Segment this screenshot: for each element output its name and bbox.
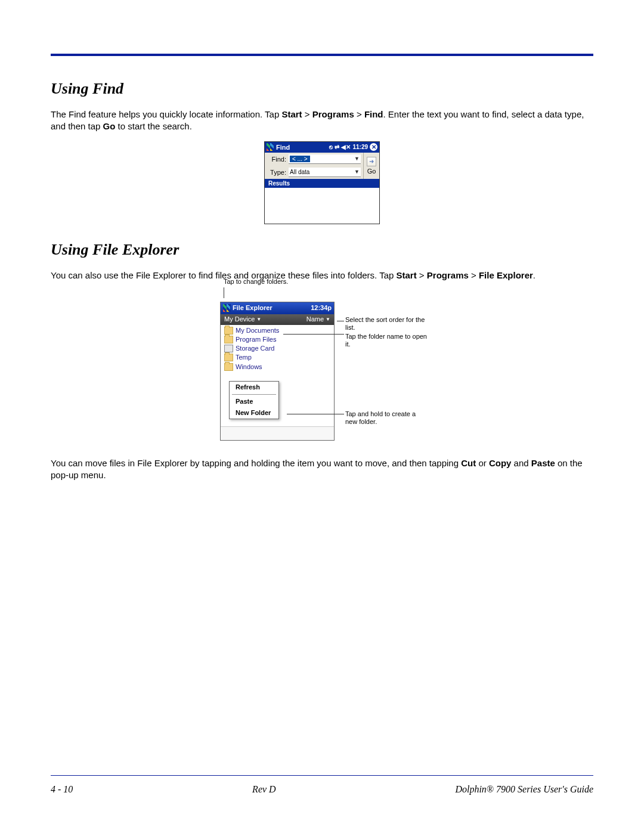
kw-programs: Programs: [427, 270, 469, 280]
kw-find: Find: [364, 109, 383, 119]
find-titlebar: Find ⎋ ⇄ ◀✕ 11:29 ✕: [265, 142, 379, 153]
text: and: [511, 458, 531, 468]
fe-clock: 12:34p: [311, 304, 332, 312]
path-dropdown[interactable]: My Device ▼: [224, 315, 261, 323]
find-input[interactable]: < ... > ▼: [289, 154, 361, 164]
text: >: [354, 109, 364, 119]
fe-file-list: My Documents Program Files Storage Card …: [221, 325, 334, 394]
menu-paste[interactable]: Paste: [230, 396, 278, 407]
folder-icon: [224, 336, 233, 343]
text: The Find feature helps you quickly locat…: [51, 109, 281, 119]
para-file-explorer-1: You can also use the File Explorer to fi…: [51, 270, 593, 281]
item-label: Windows: [236, 363, 262, 371]
para-using-find: The Find feature helps you quickly locat…: [51, 109, 593, 133]
text: to start the search.: [115, 121, 191, 131]
kw-go: Go: [103, 121, 116, 131]
footer-rule: [51, 775, 593, 776]
text: You can move files in File Explorer by t…: [51, 458, 461, 468]
find-input-value: < ... >: [290, 156, 310, 162]
results-header: Results: [265, 179, 379, 188]
path-label: My Device: [224, 315, 255, 323]
go-button-label[interactable]: Go: [367, 168, 376, 175]
folder-icon: [224, 363, 233, 371]
go-icon[interactable]: ➜: [367, 157, 376, 166]
item-label: Temp: [236, 354, 252, 361]
callout-tap-hold: Tap and hold to create a new folder.: [345, 410, 429, 426]
item-label: Program Files: [236, 336, 276, 343]
context-menu: Refresh Paste New Folder: [229, 381, 279, 420]
text: >: [417, 270, 427, 280]
list-item[interactable]: Program Files: [221, 335, 334, 344]
footer-guide-title: Dolphin® 7900 Series User's Guide: [455, 784, 593, 795]
list-item[interactable]: Temp: [221, 353, 334, 362]
results-area: [265, 188, 379, 224]
item-label: Storage Card: [236, 345, 274, 352]
kw-paste: Paste: [531, 458, 555, 468]
callout-sort-order: Select the sort order for the list.: [345, 316, 429, 332]
kw-start: Start: [281, 109, 302, 119]
kw-cut: Cut: [461, 458, 476, 468]
folder-icon: [224, 354, 233, 361]
footer-revision: Rev D: [252, 784, 276, 795]
find-field-label: Find:: [267, 156, 286, 163]
windows-flag-icon: [223, 304, 231, 312]
chevron-down-icon: ▼: [256, 317, 261, 323]
fe-titlebar: File Explorer 12:34p: [221, 302, 334, 314]
sort-dropdown[interactable]: Name ▼: [306, 315, 330, 323]
folder-icon: [224, 327, 233, 335]
para-file-explorer-2: You can move files in File Explorer by t…: [51, 457, 593, 482]
fe-toolbar: My Device ▼ Name ▼: [221, 314, 334, 325]
find-screenshot: Find ⎋ ⇄ ◀✕ 11:29 ✕ Find: < ... > ▼: [264, 141, 380, 224]
text: >: [302, 109, 312, 119]
find-clock: 11:29: [352, 144, 368, 150]
signal-icon: ⎋: [329, 144, 333, 150]
close-icon[interactable]: ✕: [370, 143, 377, 151]
list-item[interactable]: Storage Card: [221, 344, 334, 353]
find-title: Find: [276, 144, 290, 151]
item-label: My Documents: [236, 327, 279, 335]
top-rule: [51, 54, 593, 56]
storage-card-icon: [224, 345, 233, 352]
speaker-icon: ◀✕: [341, 144, 351, 150]
text: .: [533, 270, 535, 280]
menu-separator: [232, 394, 276, 395]
windows-flag-icon: [267, 143, 274, 151]
text: >: [469, 270, 479, 280]
file-explorer-screenshot: File Explorer 12:34p My Device ▼ Name ▼ …: [220, 302, 335, 441]
text: or: [476, 458, 489, 468]
callout-change-folders: Tap to change folders.: [224, 278, 288, 286]
sort-label: Name: [306, 315, 324, 323]
kw-programs: Programs: [312, 109, 354, 119]
connectivity-icon: ⇄: [335, 144, 339, 150]
list-item[interactable]: Windows: [221, 363, 334, 371]
heading-using-file-explorer: Using File Explorer: [51, 241, 593, 259]
page-footer: 4 - 10 Rev D Dolphin® 7900 Series User's…: [51, 775, 593, 795]
footer-page-number: 4 - 10: [51, 784, 73, 795]
chevron-down-icon: ▼: [326, 317, 330, 323]
type-select[interactable]: All data ▼: [289, 168, 361, 177]
type-field-label: Type:: [267, 169, 286, 176]
type-value: All data: [290, 169, 309, 175]
chevron-down-icon[interactable]: ▼: [354, 156, 360, 162]
kw-start: Start: [397, 270, 417, 280]
menu-new-folder[interactable]: New Folder: [230, 407, 278, 419]
fe-title: File Explorer: [233, 304, 273, 312]
kw-file-explorer: File Explorer: [479, 270, 533, 280]
chevron-down-icon[interactable]: ▼: [354, 169, 360, 175]
callout-open-folder: Tap the folder name to open it.: [345, 333, 429, 348]
kw-copy: Copy: [489, 458, 512, 468]
heading-using-find: Using Find: [51, 80, 593, 98]
fe-bottom-bar: [221, 426, 334, 440]
file-explorer-figure: Tap to change folders. File Explorer 12:…: [220, 290, 424, 441]
menu-refresh[interactable]: Refresh: [230, 382, 278, 393]
